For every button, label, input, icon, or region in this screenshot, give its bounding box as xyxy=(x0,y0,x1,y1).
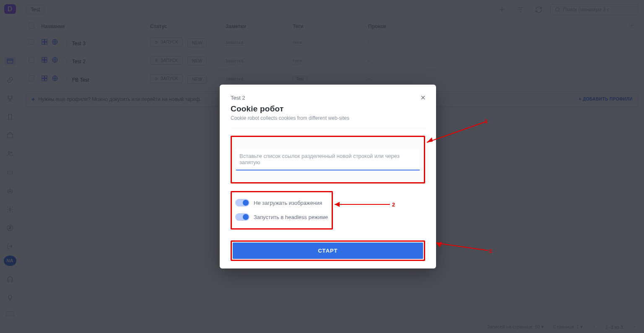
toggle-headless-label: Запустить в headless режиме xyxy=(254,214,328,220)
toggle-headless[interactable] xyxy=(235,213,249,221)
modal-title: Cookie робот xyxy=(231,104,425,114)
modal-description: Cookie robot collects cookies from diffe… xyxy=(231,115,425,121)
annotation-label-2: 2 xyxy=(392,201,395,208)
annotation-label-3: 3 xyxy=(489,248,492,254)
annotation-box-2: Не загружать изображения Запустить в hea… xyxy=(231,191,333,230)
annotation-box-1: Вставьте список ссылок разделенный новой… xyxy=(231,136,425,183)
modal-profile-name: Test 2 xyxy=(231,95,425,101)
toggle-no-images[interactable] xyxy=(235,199,249,207)
close-button[interactable] xyxy=(418,93,428,102)
cookie-robot-modal: Test 2 Cookie робот Cookie robot collect… xyxy=(220,85,436,268)
urls-textarea[interactable]: Вставьте список ссылок разделенный новой… xyxy=(236,149,420,170)
annotation-box-3: СТАРТ xyxy=(231,240,425,261)
annotation-label-1: 1 xyxy=(485,118,488,124)
start-button[interactable]: СТАРТ xyxy=(233,243,423,259)
close-icon xyxy=(420,94,426,101)
toggle-no-images-label: Не загружать изображения xyxy=(254,200,322,206)
